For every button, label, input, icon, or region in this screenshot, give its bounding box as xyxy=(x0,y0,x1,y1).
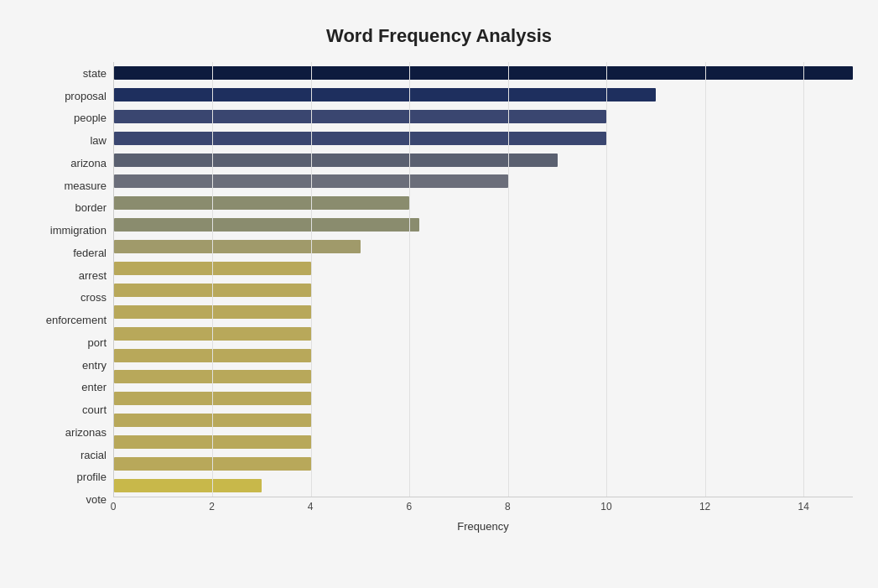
x-tick: 14 xyxy=(798,501,809,513)
y-axis-label: cross xyxy=(81,289,107,307)
bar-row xyxy=(114,476,853,495)
bar-row xyxy=(114,346,853,365)
bars-area xyxy=(113,62,853,497)
grid-line xyxy=(606,62,607,497)
bar xyxy=(114,392,311,405)
bars-and-xaxis: 02468101214 Frequency xyxy=(113,62,853,533)
y-axis-label: border xyxy=(75,199,107,217)
bar xyxy=(114,284,311,297)
bar-row xyxy=(114,455,853,473)
grid-line xyxy=(409,62,410,497)
grid-line xyxy=(705,62,706,497)
bar xyxy=(114,132,606,145)
y-axis-label: law xyxy=(90,132,107,150)
y-axis-label: port xyxy=(88,333,107,351)
bar-row xyxy=(114,172,853,190)
x-tick: 8 xyxy=(505,501,511,513)
bar-row xyxy=(114,259,853,278)
x-tick: 12 xyxy=(699,501,710,513)
grid-line xyxy=(508,62,509,497)
y-axis-label: arizonas xyxy=(65,423,107,441)
y-axis-label: immigration xyxy=(50,221,107,240)
bar xyxy=(114,305,311,319)
y-axis-label: state xyxy=(83,64,107,82)
bar-row xyxy=(114,411,853,429)
x-tick: 10 xyxy=(600,501,611,513)
bar-row xyxy=(114,86,853,104)
bar-row xyxy=(114,64,853,82)
bar xyxy=(114,66,853,80)
bar xyxy=(114,154,558,167)
y-axis-label: people xyxy=(74,109,107,127)
bar xyxy=(114,240,361,253)
y-axis-label: federal xyxy=(73,243,107,262)
bar xyxy=(114,174,508,188)
bar-row xyxy=(114,389,853,408)
bar-row xyxy=(114,194,853,212)
bar xyxy=(114,370,311,383)
y-axis-label: arizona xyxy=(70,154,107,172)
bar xyxy=(114,414,311,427)
chart-title: Word Frequency Analysis xyxy=(25,17,853,47)
x-tick: 6 xyxy=(406,501,412,513)
y-axis-label: measure xyxy=(64,176,107,195)
bar xyxy=(114,457,311,471)
bar-row xyxy=(114,151,853,169)
x-axis-label: Frequency xyxy=(113,520,853,533)
bar xyxy=(114,262,311,275)
chart-area: stateproposalpeoplelawarizonameasurebord… xyxy=(25,62,853,533)
bar-row xyxy=(114,107,853,126)
x-axis: 02468101214 xyxy=(113,497,853,518)
bar xyxy=(114,349,311,362)
bar-row xyxy=(114,216,853,234)
chart-container: Word Frequency Analysis stateproposalpeo… xyxy=(0,0,878,588)
y-axis-label: arrest xyxy=(79,266,107,284)
bar xyxy=(114,196,409,210)
x-tick: 4 xyxy=(308,501,314,513)
bar xyxy=(114,110,606,123)
bar xyxy=(114,479,262,492)
grid-line xyxy=(212,62,213,497)
bar-row xyxy=(114,129,853,148)
y-axis-label: profile xyxy=(77,468,107,487)
bar xyxy=(114,327,311,341)
bar-row xyxy=(114,303,853,321)
x-tick: 0 xyxy=(111,501,117,513)
y-axis-label: enter xyxy=(81,378,107,397)
y-axis-label: enforcement xyxy=(46,311,107,330)
grid-line xyxy=(311,62,312,497)
bar-row xyxy=(114,325,853,343)
y-axis-label: court xyxy=(82,401,107,419)
y-axis-label: proposal xyxy=(65,86,107,105)
bar-row xyxy=(114,433,853,451)
bar xyxy=(114,88,656,101)
y-axis-label: racial xyxy=(81,445,107,464)
x-tick: 2 xyxy=(209,501,215,513)
bar-row xyxy=(114,281,853,299)
bar xyxy=(114,218,419,232)
grid-line xyxy=(803,62,804,497)
bar-row xyxy=(114,367,853,386)
y-axis-label: entry xyxy=(82,356,107,374)
bar xyxy=(114,435,311,449)
y-axis: stateproposalpeoplelawarizonameasurebord… xyxy=(25,62,113,533)
bar-row xyxy=(114,237,853,256)
y-axis-label: vote xyxy=(86,491,107,509)
